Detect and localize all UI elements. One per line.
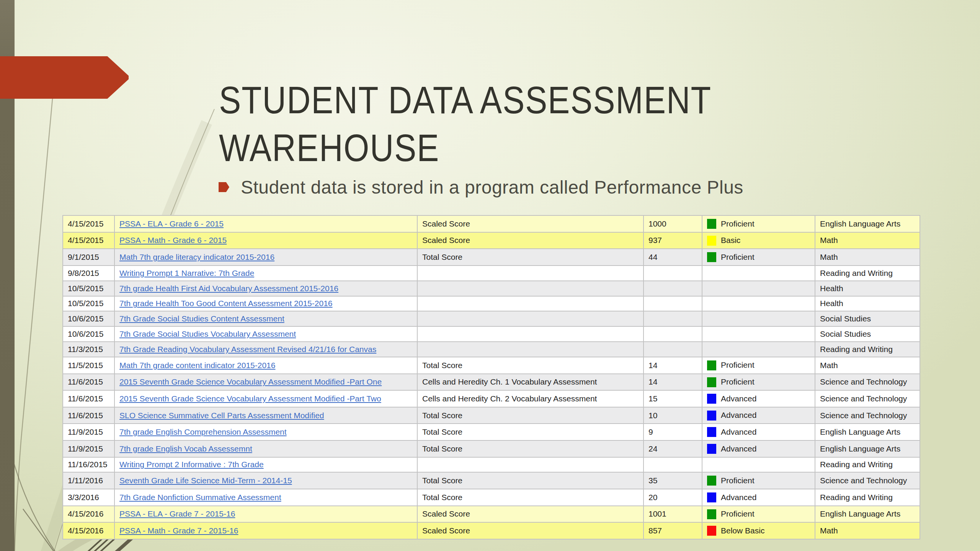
assessment-cell: 2015 Seventh Grade Science Vocabulary As… <box>114 374 417 391</box>
bullet-text: Student data is stored in a program call… <box>241 177 743 198</box>
performance-level-cell: Proficient <box>702 249 815 266</box>
arrow-bullet-icon <box>219 182 229 192</box>
assessment-cell: Writing Prompt 1 Narrative: 7th Grade <box>114 266 417 281</box>
performance-level-label: Below Basic <box>721 526 764 535</box>
table-row: 4/15/2016PSSA - Math - Grade 7 - 2015-16… <box>63 522 920 539</box>
performance-level-label: Advanced <box>721 394 756 403</box>
performance-level-label: Proficient <box>721 476 755 485</box>
score-type-cell <box>417 311 644 326</box>
score-cell: 35 <box>644 472 702 489</box>
score-cell <box>644 296 702 311</box>
table-row: 11/6/2015SLO Science Summative Cell Part… <box>63 407 920 424</box>
assessment-link[interactable]: Math 7th grade content indicator 2015-20… <box>119 361 275 370</box>
subject-cell: Science and Technology <box>815 390 920 407</box>
subject-cell: Math <box>815 232 920 249</box>
table-row: 10/5/20157th grade Health Too Good Conte… <box>63 296 920 311</box>
assessment-cell: SLO Science Summative Cell Parts Assessm… <box>114 407 417 424</box>
subject-cell: English Language Arts <box>815 424 920 440</box>
score-type-cell <box>417 342 644 357</box>
assessment-cell: PSSA - ELA - Grade 7 - 2015-16 <box>114 506 417 523</box>
performance-level-blue-square-icon <box>707 492 716 502</box>
performance-level-label: Advanced <box>721 493 756 502</box>
assessment-link[interactable]: PSSA - Math - Grade 7 - 2015-16 <box>119 526 238 535</box>
assessment-cell: PSSA - Math - Grade 7 - 2015-16 <box>114 522 417 539</box>
table-row: 11/3/20157th Grade Reading Vocabulary As… <box>63 342 920 357</box>
subject-cell: Math <box>815 522 920 539</box>
performance-level-label: Basic <box>721 236 740 245</box>
subject-cell: Health <box>815 281 920 296</box>
performance-level-cell <box>702 266 815 281</box>
performance-level-red-square-icon <box>707 526 716 536</box>
performance-level-label: Advanced <box>721 444 756 453</box>
assessment-link[interactable]: 7th grade Health Too Good Content Assess… <box>119 299 333 308</box>
subject-cell: English Language Arts <box>815 440 920 457</box>
score-cell <box>644 311 702 326</box>
score-type-cell <box>417 296 644 311</box>
performance-level-cell: Advanced <box>702 407 815 424</box>
date-cell: 10/6/2015 <box>63 326 114 342</box>
score-type-cell: Total Score <box>417 249 644 266</box>
subject-cell: English Language Arts <box>815 215 920 232</box>
performance-level-cell: Proficient <box>702 472 815 489</box>
score-cell: 14 <box>644 357 702 374</box>
score-type-cell <box>417 457 644 473</box>
performance-level-blue-square-icon <box>707 444 716 454</box>
assessment-link[interactable]: 7th Grade Social Studies Vocabulary Asse… <box>119 329 296 338</box>
date-cell: 10/6/2015 <box>63 311 114 326</box>
assessment-link[interactable]: Seventh Grade Life Science Mid-Term - 20… <box>119 476 292 485</box>
score-cell: 24 <box>644 440 702 457</box>
date-cell: 4/15/2015 <box>63 215 114 232</box>
table-row: 11/5/2015Math 7th grade content indicato… <box>63 357 920 374</box>
assessment-link[interactable]: PSSA - ELA - Grade 7 - 2015-16 <box>119 509 235 518</box>
assessment-link[interactable]: 7th grade Health First Aid Vocabulary As… <box>119 284 338 293</box>
score-cell: 937 <box>644 232 702 249</box>
score-type-cell <box>417 266 644 281</box>
assessment-cell: 7th grade Health Too Good Content Assess… <box>114 296 417 311</box>
assessment-link[interactable]: 2015 Seventh Grade Science Vocabulary As… <box>119 377 382 386</box>
subject-cell: Reading and Writing <box>815 457 920 473</box>
performance-level-cell: Below Basic <box>702 522 815 539</box>
score-type-cell <box>417 281 644 296</box>
date-cell: 11/6/2015 <box>63 374 114 391</box>
performance-level-cell: Advanced <box>702 489 815 506</box>
score-type-cell: Total Score <box>417 440 644 457</box>
assessment-link[interactable]: 2015 Seventh Grade Science Vocabulary As… <box>119 394 381 403</box>
subject-cell: Math <box>815 249 920 266</box>
assessment-link[interactable]: 7th grade English Comprehension Assessme… <box>119 427 287 436</box>
assessment-link[interactable]: Math 7th grade literacy indicator 2015-2… <box>119 253 274 261</box>
score-type-cell <box>417 326 644 342</box>
performance-level-blue-square-icon <box>707 394 716 404</box>
performance-level-cell <box>702 342 815 357</box>
date-cell: 1/11/2016 <box>63 472 114 489</box>
date-cell: 10/5/2015 <box>63 281 114 296</box>
assessment-link[interactable]: 7th Grade Reading Vocabulary Assessment … <box>119 345 376 354</box>
assessment-link[interactable]: SLO Science Summative Cell Parts Assessm… <box>119 411 324 420</box>
assessment-link[interactable]: Writing Prompt 2 Informative : 7th Grade <box>119 460 264 469</box>
performance-level-green-square-icon <box>707 252 716 262</box>
performance-level-cell: Proficient <box>702 215 815 232</box>
date-cell: 4/15/2015 <box>63 232 114 249</box>
score-type-cell: Scaled Score <box>417 522 644 539</box>
assessment-link[interactable]: 7th Grade Social Studies Content Assessm… <box>119 314 284 323</box>
date-cell: 10/5/2015 <box>63 296 114 311</box>
subject-cell: Social Studies <box>815 326 920 342</box>
subject-cell: English Language Arts <box>815 506 920 523</box>
date-cell: 4/15/2016 <box>63 506 114 523</box>
score-cell <box>644 281 702 296</box>
assessment-link[interactable]: PSSA - Math - Grade 6 - 2015 <box>119 236 227 245</box>
assessment-link[interactable]: Writing Prompt 1 Narrative: 7th Grade <box>119 269 254 277</box>
performance-level-green-square-icon <box>707 219 716 229</box>
assessment-link[interactable]: 7th Grade Nonfiction Summative Assessmen… <box>119 493 281 502</box>
score-cell: 14 <box>644 374 702 391</box>
performance-level-label: Advanced <box>721 427 756 436</box>
score-cell: 20 <box>644 489 702 506</box>
assessment-link[interactable]: 7th grade English Vocab Assessemnt <box>119 444 252 453</box>
performance-level-cell <box>702 457 815 473</box>
assessment-link[interactable]: PSSA - ELA - Grade 6 - 2015 <box>119 219 224 228</box>
score-type-cell: Cells and Heredity Ch. 1 Vocabulary Asse… <box>417 374 644 391</box>
subject-cell: Science and Technology <box>815 472 920 489</box>
performance-level-green-square-icon <box>707 377 716 387</box>
assessment-table: 4/15/2015PSSA - ELA - Grade 6 - 2015Scal… <box>62 215 920 540</box>
assessment-cell: Writing Prompt 2 Informative : 7th Grade <box>114 457 417 473</box>
performance-level-green-square-icon <box>707 509 716 519</box>
